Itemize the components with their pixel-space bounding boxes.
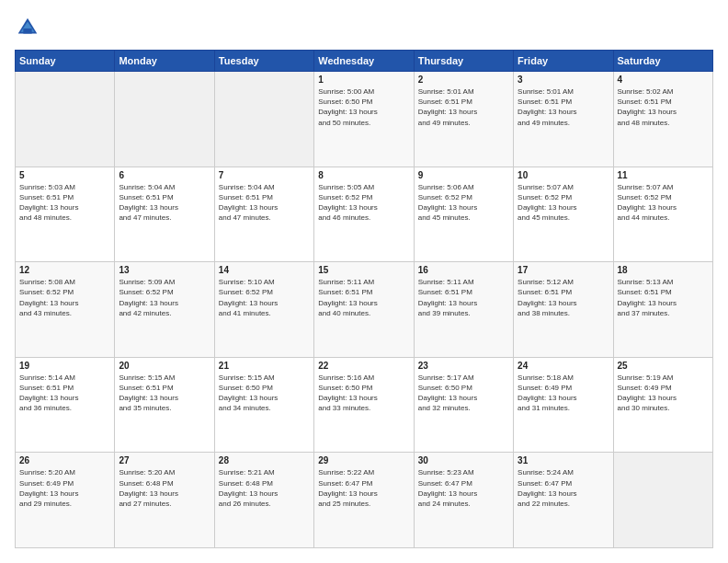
day-number: 16: [418, 265, 509, 275]
weekday-header-tuesday: Tuesday: [214, 51, 313, 72]
day-number: 28: [219, 455, 310, 465]
day-number: 8: [318, 170, 409, 180]
day-number: 10: [518, 170, 609, 180]
calendar-cell: 26Sunrise: 5:20 AM Sunset: 6:49 PM Dayli…: [16, 453, 115, 548]
week-row-4: 19Sunrise: 5:14 AM Sunset: 6:51 PM Dayli…: [16, 357, 713, 453]
day-info: Sunrise: 5:14 AM Sunset: 6:51 PM Dayligh…: [19, 373, 110, 414]
weekday-header-saturday: Saturday: [613, 51, 712, 72]
calendar-cell: 25Sunrise: 5:19 AM Sunset: 6:49 PM Dayli…: [613, 357, 712, 453]
day-number: 23: [418, 361, 509, 371]
day-number: 26: [19, 455, 110, 465]
calendar-cell: 18Sunrise: 5:13 AM Sunset: 6:51 PM Dayli…: [613, 262, 712, 358]
week-row-5: 26Sunrise: 5:20 AM Sunset: 6:49 PM Dayli…: [16, 453, 713, 548]
day-info: Sunrise: 5:15 AM Sunset: 6:51 PM Dayligh…: [119, 373, 210, 414]
day-number: 6: [119, 170, 210, 180]
day-number: 5: [19, 170, 110, 180]
day-info: Sunrise: 5:00 AM Sunset: 6:50 PM Dayligh…: [318, 86, 409, 128]
calendar-cell: 1Sunrise: 5:00 AM Sunset: 6:50 PM Daylig…: [314, 72, 414, 167]
calendar-cell: 10Sunrise: 5:07 AM Sunset: 6:52 PM Dayli…: [514, 167, 613, 262]
calendar-cell: 20Sunrise: 5:15 AM Sunset: 6:51 PM Dayli…: [115, 357, 214, 453]
day-info: Sunrise: 5:09 AM Sunset: 6:52 PM Dayligh…: [119, 277, 210, 318]
calendar-cell: 6Sunrise: 5:04 AM Sunset: 6:51 PM Daylig…: [115, 167, 214, 262]
weekday-header-row: SundayMondayTuesdayWednesdayThursdayFrid…: [16, 51, 713, 72]
day-info: Sunrise: 5:07 AM Sunset: 6:52 PM Dayligh…: [518, 182, 609, 224]
day-info: Sunrise: 5:20 AM Sunset: 6:49 PM Dayligh…: [19, 467, 110, 509]
weekday-header-friday: Friday: [514, 51, 613, 72]
day-info: Sunrise: 5:07 AM Sunset: 6:52 PM Dayligh…: [618, 182, 709, 224]
calendar-cell: [214, 72, 313, 167]
week-row-2: 5Sunrise: 5:03 AM Sunset: 6:51 PM Daylig…: [16, 167, 713, 262]
day-info: Sunrise: 5:20 AM Sunset: 6:48 PM Dayligh…: [119, 467, 210, 509]
day-info: Sunrise: 5:04 AM Sunset: 6:51 PM Dayligh…: [219, 182, 310, 224]
day-info: Sunrise: 5:02 AM Sunset: 6:51 PM Dayligh…: [618, 86, 709, 128]
calendar-cell: 19Sunrise: 5:14 AM Sunset: 6:51 PM Dayli…: [16, 357, 115, 453]
calendar-table: SundayMondayTuesdayWednesdayThursdayFrid…: [15, 50, 713, 548]
week-row-3: 12Sunrise: 5:08 AM Sunset: 6:52 PM Dayli…: [16, 262, 713, 358]
day-info: Sunrise: 5:01 AM Sunset: 6:51 PM Dayligh…: [518, 86, 609, 128]
day-number: 9: [418, 170, 509, 180]
day-info: Sunrise: 5:16 AM Sunset: 6:50 PM Dayligh…: [318, 373, 409, 414]
day-number: 3: [518, 75, 609, 85]
weekday-header-monday: Monday: [115, 51, 214, 72]
day-number: 19: [19, 361, 110, 371]
week-row-1: 1Sunrise: 5:00 AM Sunset: 6:50 PM Daylig…: [16, 72, 713, 167]
day-info: Sunrise: 5:21 AM Sunset: 6:48 PM Dayligh…: [219, 467, 310, 509]
svg-rect-2: [23, 29, 31, 34]
day-number: 21: [219, 361, 310, 371]
calendar-cell: 29Sunrise: 5:22 AM Sunset: 6:47 PM Dayli…: [314, 453, 414, 548]
calendar-cell: 14Sunrise: 5:10 AM Sunset: 6:52 PM Dayli…: [214, 262, 313, 358]
day-info: Sunrise: 5:13 AM Sunset: 6:51 PM Dayligh…: [618, 277, 709, 318]
calendar-cell: 4Sunrise: 5:02 AM Sunset: 6:51 PM Daylig…: [613, 72, 712, 167]
day-number: 4: [618, 75, 709, 85]
calendar-cell: 28Sunrise: 5:21 AM Sunset: 6:48 PM Dayli…: [214, 453, 313, 548]
calendar-cell: [115, 72, 214, 167]
weekday-header-wednesday: Wednesday: [314, 51, 414, 72]
day-number: 24: [518, 361, 609, 371]
day-number: 13: [119, 265, 210, 275]
day-info: Sunrise: 5:10 AM Sunset: 6:52 PM Dayligh…: [219, 277, 310, 318]
calendar-cell: 16Sunrise: 5:11 AM Sunset: 6:51 PM Dayli…: [414, 262, 513, 358]
day-number: 25: [618, 361, 709, 371]
calendar-cell: 22Sunrise: 5:16 AM Sunset: 6:50 PM Dayli…: [314, 357, 414, 453]
day-info: Sunrise: 5:23 AM Sunset: 6:47 PM Dayligh…: [418, 467, 509, 509]
day-info: Sunrise: 5:24 AM Sunset: 6:47 PM Dayligh…: [518, 467, 609, 509]
calendar-cell: 3Sunrise: 5:01 AM Sunset: 6:51 PM Daylig…: [514, 72, 613, 167]
day-info: Sunrise: 5:15 AM Sunset: 6:50 PM Dayligh…: [219, 373, 310, 414]
day-info: Sunrise: 5:18 AM Sunset: 6:49 PM Dayligh…: [518, 373, 609, 414]
day-number: 15: [318, 265, 409, 275]
calendar-cell: 27Sunrise: 5:20 AM Sunset: 6:48 PM Dayli…: [115, 453, 214, 548]
calendar-cell: 30Sunrise: 5:23 AM Sunset: 6:47 PM Dayli…: [414, 453, 513, 548]
calendar-cell: 17Sunrise: 5:12 AM Sunset: 6:51 PM Dayli…: [514, 262, 613, 358]
day-number: 31: [518, 455, 609, 465]
day-info: Sunrise: 5:11 AM Sunset: 6:51 PM Dayligh…: [318, 277, 409, 318]
day-info: Sunrise: 5:08 AM Sunset: 6:52 PM Dayligh…: [19, 277, 110, 318]
calendar-cell: 15Sunrise: 5:11 AM Sunset: 6:51 PM Dayli…: [314, 262, 414, 358]
calendar-cell: [16, 72, 115, 167]
day-info: Sunrise: 5:04 AM Sunset: 6:51 PM Dayligh…: [119, 182, 210, 224]
day-number: 12: [19, 265, 110, 275]
calendar-cell: 23Sunrise: 5:17 AM Sunset: 6:50 PM Dayli…: [414, 357, 513, 453]
calendar-cell: 7Sunrise: 5:04 AM Sunset: 6:51 PM Daylig…: [214, 167, 313, 262]
page: SundayMondayTuesdayWednesdayThursdayFrid…: [0, 0, 728, 563]
calendar-cell: 9Sunrise: 5:06 AM Sunset: 6:52 PM Daylig…: [414, 167, 513, 262]
day-info: Sunrise: 5:12 AM Sunset: 6:51 PM Dayligh…: [518, 277, 609, 318]
weekday-header-thursday: Thursday: [414, 51, 513, 72]
calendar-cell: 21Sunrise: 5:15 AM Sunset: 6:50 PM Dayli…: [214, 357, 313, 453]
day-info: Sunrise: 5:11 AM Sunset: 6:51 PM Dayligh…: [418, 277, 509, 318]
calendar-cell: 11Sunrise: 5:07 AM Sunset: 6:52 PM Dayli…: [613, 167, 712, 262]
day-number: 11: [618, 170, 709, 180]
day-number: 7: [219, 170, 310, 180]
day-info: Sunrise: 5:19 AM Sunset: 6:49 PM Dayligh…: [618, 373, 709, 414]
day-number: 20: [119, 361, 210, 371]
weekday-header-sunday: Sunday: [16, 51, 115, 72]
day-number: 1: [318, 75, 409, 85]
calendar-cell: [613, 453, 712, 548]
day-info: Sunrise: 5:01 AM Sunset: 6:51 PM Dayligh…: [418, 86, 509, 128]
day-number: 17: [518, 265, 609, 275]
calendar-cell: 12Sunrise: 5:08 AM Sunset: 6:52 PM Dayli…: [16, 262, 115, 358]
day-info: Sunrise: 5:03 AM Sunset: 6:51 PM Dayligh…: [19, 182, 110, 224]
day-number: 18: [618, 265, 709, 275]
day-number: 2: [418, 75, 509, 85]
header: [15, 15, 713, 40]
day-number: 29: [318, 455, 409, 465]
